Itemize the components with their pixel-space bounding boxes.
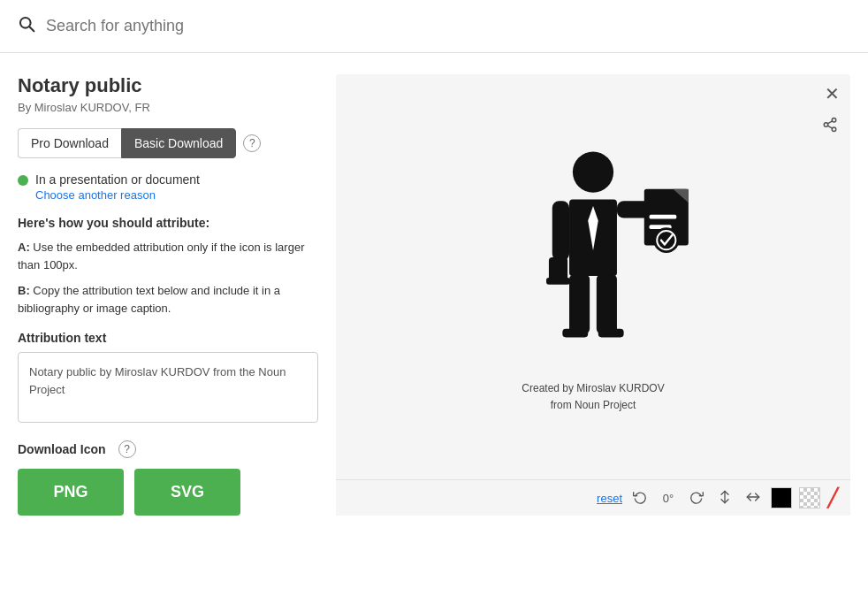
angle-display: 0°: [658, 492, 679, 505]
flip-horizontal-button[interactable]: [742, 488, 764, 508]
rotate-right-button[interactable]: [686, 488, 707, 508]
pro-download-button[interactable]: Pro Download: [18, 128, 121, 158]
no-color-icon[interactable]: ╱: [827, 487, 838, 508]
svg-line-5: [827, 126, 832, 128]
svg-rect-18: [650, 215, 677, 219]
reason-content: In a presentation or document Choose ano…: [35, 172, 200, 202]
download-icon-label: Download Icon: [18, 442, 106, 456]
reason-text: In a presentation or document: [35, 172, 200, 187]
attr-label-a: A:: [18, 241, 30, 254]
attr-label-b: B:: [18, 284, 30, 297]
close-button[interactable]: ✕: [825, 85, 840, 103]
svg-rect-10: [552, 201, 569, 260]
svg-rect-14: [562, 329, 588, 338]
preview-area: Created by Miroslav KURDOV from Noun Pro…: [469, 74, 717, 479]
svg-point-20: [654, 228, 678, 252]
rotate-left-button[interactable]: [629, 488, 651, 508]
main-content: Notary public By Miroslav KURDOV, FR Pro…: [0, 53, 868, 533]
icon-title: Notary public: [18, 74, 318, 97]
attribution-item-a: A: Use the embedded attribution only if …: [18, 239, 318, 273]
svg-rect-22: [549, 257, 567, 281]
attribution-item-b: B: Copy the attribution text below and i…: [18, 282, 318, 317]
download-help-icon[interactable]: ?: [243, 134, 261, 152]
download-buttons-row: Pro Download Basic Download ?: [18, 128, 318, 158]
svg-line-6: [827, 121, 832, 124]
icon-preview: [496, 140, 690, 370]
left-panel: Notary public By Miroslav KURDOV, FR Pro…: [18, 74, 318, 516]
attr-text-b: Copy the attribution text below and incl…: [18, 284, 280, 315]
attribution-heading: Here's how you should attribute:: [18, 216, 318, 230]
green-dot-indicator: [18, 175, 28, 186]
attr-text-a: Use the embedded attribution only if the…: [18, 241, 304, 271]
reset-button[interactable]: reset: [597, 492, 622, 505]
reason-row: In a presentation or document Choose ano…: [18, 172, 318, 202]
dl-btns-row: PNG SVG: [18, 469, 318, 516]
svg-rect-23: [546, 278, 570, 285]
share-button[interactable]: [822, 117, 838, 136]
svg-rect-15: [598, 329, 624, 338]
attribution-text-box[interactable]: Notary public by Miroslav KURDOV from th…: [18, 352, 318, 423]
svg-rect-13: [597, 274, 617, 333]
attr-text-label: Attribution text: [18, 331, 318, 345]
choose-reason-link[interactable]: Choose another reason: [35, 188, 200, 202]
svg-rect-12: [569, 274, 590, 333]
right-panel: ✕: [336, 74, 850, 516]
svg-download-button[interactable]: SVG: [134, 469, 240, 516]
basic-download-button[interactable]: Basic Download: [121, 128, 236, 158]
svg-point-7: [573, 151, 613, 192]
preview-toolbar: reset 0°: [336, 479, 850, 516]
download-icon-row: Download Icon ?: [18, 440, 318, 458]
icon-credit: Created by Miroslav KURDOV from Noun Pro…: [522, 380, 664, 414]
flip-vertical-button[interactable]: [714, 488, 735, 508]
search-input[interactable]: [46, 17, 850, 35]
download-icon-help[interactable]: ?: [118, 440, 136, 458]
icon-author: By Miroslav KURDOV, FR: [18, 101, 318, 114]
svg-line-1: [29, 27, 34, 31]
search-icon: [18, 15, 35, 37]
color-swatch-transparent[interactable]: [799, 487, 820, 508]
color-swatch-black[interactable]: [771, 487, 792, 508]
search-bar: [0, 0, 868, 53]
png-download-button[interactable]: PNG: [18, 469, 124, 516]
